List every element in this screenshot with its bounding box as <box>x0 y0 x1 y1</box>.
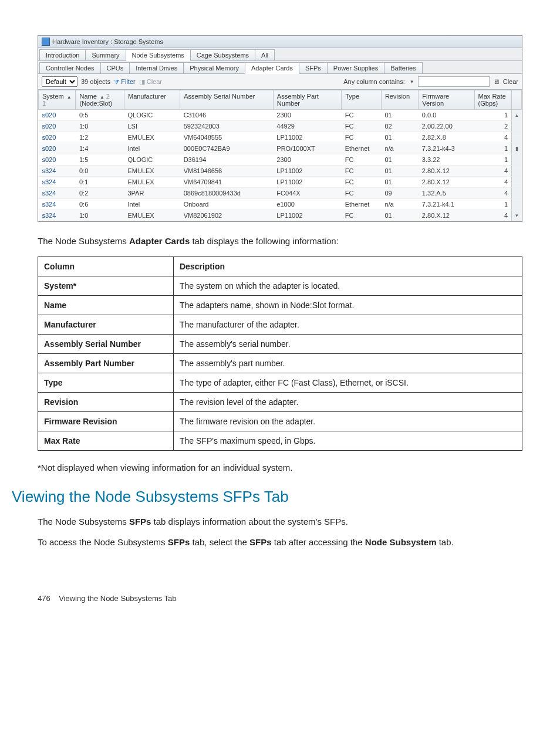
scroll-track[interactable] <box>512 177 522 188</box>
table-row[interactable]: s0201:5QLOGICD361942300FC013.3.221 <box>39 154 522 166</box>
definition-row: System*The system on which the adapter i… <box>38 276 522 296</box>
sub-tab-controller-nodes[interactable]: Controller Nodes <box>39 62 101 73</box>
system-link[interactable]: s020 <box>42 134 56 141</box>
definition-term: Assembly Part Number <box>38 354 174 373</box>
eraser-icon: ◨ <box>139 78 145 85</box>
definition-desc: The adapters name, shown in Node:Slot fo… <box>174 296 522 315</box>
clear-filter-link[interactable]: ◨ Clear <box>139 78 162 86</box>
sfp-access-paragraph: To access the Node Subsystems SFPs tab, … <box>38 537 522 547</box>
app-screenshot: Hardware Inventory : Storage Systems Int… <box>38 35 522 222</box>
any-column-label: Any column contains: <box>343 78 405 85</box>
scroll-up-button[interactable]: ▴ <box>512 110 522 121</box>
column-definitions-table: Column Description System*The system on … <box>38 256 522 451</box>
system-link[interactable]: s020 <box>42 145 56 152</box>
main-tab-node-subsystems[interactable]: Node Subsystems <box>126 49 191 61</box>
definition-desc: The SFP's maximum speed, in Gbps. <box>174 431 522 451</box>
main-tab-all[interactable]: All <box>255 49 275 60</box>
definition-term: Firmware Revision <box>38 412 174 431</box>
filter-icon: ⧩ <box>114 78 119 85</box>
table-row[interactable]: s3240:1EMULEXVM64709841LP11002FC012.80.X… <box>39 177 522 188</box>
table-row[interactable]: s0201:2EMULEXVM64048555LP11002FC012.82.X… <box>39 132 522 143</box>
window-titlebar: Hardware Inventory : Storage Systems <box>38 36 522 48</box>
sub-tab-internal-drives[interactable]: Internal Drives <box>129 62 184 73</box>
definition-desc: The system on which the adapter is locat… <box>174 276 522 296</box>
definition-term: Assembly Serial Number <box>38 335 174 354</box>
definition-desc: The revision level of the adapter. <box>174 393 522 412</box>
definition-row: RevisionThe revision level of the adapte… <box>38 393 522 412</box>
object-count: 39 objects <box>81 78 110 85</box>
table-row[interactable]: s3240:0EMULEXVM81946656LP11002FC012.80.X… <box>39 166 522 177</box>
table-row[interactable]: s0200:5QLOGICC310462300FC010.0.01▴ <box>39 110 522 121</box>
sub-tab-bar: Controller NodesCPUsInternal DrivesPhysi… <box>38 61 522 74</box>
filter-link[interactable]: ⧩ Filter <box>114 78 136 86</box>
window-icon <box>42 38 50 46</box>
scroll-down-button[interactable]: ▾ <box>512 210 522 221</box>
footnote: *Not displayed when viewing information … <box>38 463 522 472</box>
sub-tab-batteries[interactable]: Batteries <box>384 62 422 73</box>
sub-tab-sfps[interactable]: SFPs <box>299 62 328 73</box>
col-max-rate-gbps-[interactable]: Max Rate (Gbps) <box>474 90 511 110</box>
col-type[interactable]: Type <box>342 90 382 110</box>
window-title: Hardware Inventory : Storage Systems <box>52 38 163 45</box>
clear-search-link[interactable]: Clear <box>503 78 518 85</box>
main-tab-cage-subsystems[interactable]: Cage Subsystems <box>190 49 255 60</box>
scroll-column <box>512 90 522 110</box>
main-tab-summary[interactable]: Summary <box>85 49 126 60</box>
table-row[interactable]: s3240:23PAR0869c8180009433dFC044XFC091.3… <box>39 188 522 199</box>
sub-tab-cpus[interactable]: CPUs <box>100 62 130 73</box>
system-link[interactable]: s324 <box>42 178 56 185</box>
system-link[interactable]: s324 <box>42 190 56 197</box>
scroll-track[interactable] <box>512 199 522 210</box>
scroll-track[interactable] <box>512 166 522 177</box>
definition-desc: The assembly's serial number. <box>174 335 522 354</box>
grid-toolbar: Default 39 objects ⧩ Filter ◨ Clear Any … <box>38 74 522 90</box>
col-firmware-version[interactable]: Firmware Version <box>419 90 474 110</box>
adapter-grid: System ▲ 1Name ▲ 2(Node:Slot)Manufacture… <box>38 90 522 221</box>
definition-term: System* <box>38 276 174 296</box>
sub-tab-physical-memory[interactable]: Physical Memory <box>183 62 245 73</box>
scroll-track[interactable] <box>512 121 522 132</box>
col-system[interactable]: System ▲ 1 <box>39 90 76 110</box>
definition-term: Manufacturer <box>38 315 174 335</box>
main-tab-introduction[interactable]: Introduction <box>39 49 86 60</box>
definition-term: Name <box>38 296 174 315</box>
col-revision[interactable]: Revision <box>381 90 418 110</box>
definition-row: Assembly Part NumberThe assembly's part … <box>38 354 522 373</box>
search-input[interactable] <box>418 76 490 87</box>
system-link[interactable]: s020 <box>42 156 56 163</box>
sub-tab-power-supplies[interactable]: Power Supplies <box>327 62 384 73</box>
scroll-track[interactable] <box>512 188 522 199</box>
system-link[interactable]: s324 <box>42 201 56 208</box>
table-row[interactable]: s0201:0LSI592324200344929FC022.00.22.002 <box>39 121 522 132</box>
col-manufacturer[interactable]: Manufacturer <box>124 90 180 110</box>
page-footer: 476 Viewing the Node Subsystems Tab <box>38 594 522 603</box>
chevron-down-icon[interactable]: ▼ <box>410 79 414 85</box>
system-link[interactable]: s324 <box>42 167 56 174</box>
table-row[interactable]: s3241:0EMULEXVM82061902LP11002FC012.80.X… <box>39 210 522 221</box>
definition-term: Max Rate <box>38 431 174 451</box>
footer-title: Viewing the Node Subsystems Tab <box>59 594 176 603</box>
definition-desc: The assembly's part number. <box>174 354 522 373</box>
definition-row: NameThe adapters name, shown in Node:Slo… <box>38 296 522 315</box>
view-select[interactable]: Default <box>42 76 77 87</box>
system-link[interactable]: s020 <box>42 123 56 130</box>
system-link[interactable]: s324 <box>42 212 56 219</box>
scroll-track[interactable] <box>512 154 522 166</box>
sub-tab-adapter-cards[interactable]: Adapter Cards <box>245 62 299 74</box>
definition-desc: The type of adapter, either FC (Fast Cla… <box>174 373 522 393</box>
scroll-thumb[interactable]: ▮ <box>512 143 522 154</box>
page-number: 476 <box>38 594 50 603</box>
definition-term: Revision <box>38 393 174 412</box>
export-icon[interactable]: 🖥 <box>493 78 500 85</box>
table-row[interactable]: s3240:6IntelOnboarde1000Ethernetn/a7.3.2… <box>39 199 522 210</box>
col-name[interactable]: Name ▲ 2(Node:Slot) <box>76 90 124 110</box>
table-row[interactable]: s0201:4Intel000E0C742BA9PRO/1000XTEthern… <box>39 143 522 154</box>
intro-paragraph: The Node Subsystems Adapter Cards tab di… <box>38 236 522 246</box>
system-link[interactable]: s020 <box>42 112 56 119</box>
scroll-track[interactable] <box>512 132 522 143</box>
col-assembly-serial-number[interactable]: Assembly Serial Number <box>180 90 274 110</box>
col-assembly-part-number[interactable]: Assembly Part Number <box>273 90 341 110</box>
definition-row: Firmware RevisionThe firmware revision o… <box>38 412 522 431</box>
definition-desc: The firmware revision on the adapter. <box>174 412 522 431</box>
definition-row: TypeThe type of adapter, either FC (Fast… <box>38 373 522 393</box>
